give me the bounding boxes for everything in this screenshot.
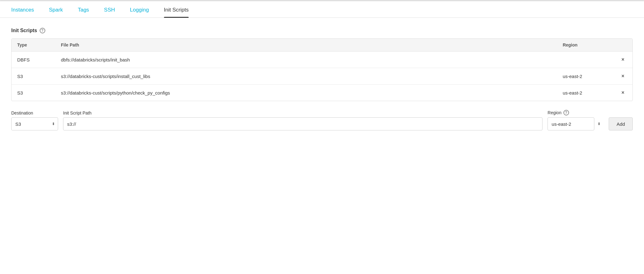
row-0-remove: × [613,51,632,68]
region-help-icon[interactable]: ? [563,110,569,115]
main-content: Init Scripts ? TypeFile PathRegion DBFSd… [0,18,644,140]
remove-row-1-button[interactable]: × [619,72,627,80]
tab-tags[interactable]: Tags [78,1,89,17]
init-scripts-table-wrapper: TypeFile PathRegion DBFSdbfs://databrick… [11,38,633,101]
destination-group: Destination DBFSS3GCSABFSSADLS [11,110,58,130]
row-2-type: S3 [12,85,55,101]
col-header-type: Type [12,39,55,51]
row-1-type: S3 [12,68,55,85]
region-select-wrapper: us-east-1us-east-2us-west-1us-west-2eu-w… [547,117,604,130]
row-2-filepath: s3://databricks-cust/scripts/python/chec… [55,85,557,101]
row-1-remove: × [613,68,632,85]
init-scripts-table: TypeFile PathRegion DBFSdbfs://databrick… [12,39,632,101]
tab-bar: InstancesSparkTagsSSHLoggingInit Scripts [0,1,644,18]
tab-init-scripts[interactable]: Init Scripts [164,1,189,17]
row-0-type: DBFS [12,51,55,68]
destination-select[interactable]: DBFSS3GCSABFSSADLS [11,117,58,130]
table-row: S3s3://databricks-cust/scripts/python/ch… [12,85,632,101]
destination-label: Destination [11,110,58,115]
col-header-action [613,39,632,51]
remove-row-0-button[interactable]: × [619,56,627,63]
row-1-filepath: s3://databricks-cust/scripts/install_cus… [55,68,557,85]
region-group: Region ? us-east-1us-east-2us-west-1us-w… [547,110,604,130]
table-row: S3s3://databricks-cust/scripts/install_c… [12,68,632,85]
path-group: Init Script Path [63,110,542,130]
col-header-region: Region [557,39,613,51]
add-script-form: Destination DBFSS3GCSABFSSADLS Init Scri… [11,110,633,130]
tab-logging[interactable]: Logging [130,1,149,17]
section-title: Init Scripts ? [11,28,633,33]
path-label: Init Script Path [63,110,542,115]
destination-select-wrapper: DBFSS3GCSABFSSADLS [11,117,58,130]
region-select[interactable]: us-east-1us-east-2us-west-1us-west-2eu-w… [547,117,594,130]
section-help-icon[interactable]: ? [40,28,45,33]
tab-ssh[interactable]: SSH [104,1,115,17]
region-label: Region ? [547,110,604,115]
remove-row-2-button[interactable]: × [619,89,627,96]
add-button[interactable]: Add [609,117,633,130]
row-0-filepath: dbfs://databricks/scripts/init_bash [55,51,557,68]
row-2-region: us-east-2 [557,85,613,101]
table-header-row: TypeFile PathRegion [12,39,632,51]
row-2-remove: × [613,85,632,101]
row-1-region: us-east-2 [557,68,613,85]
tab-instances[interactable]: Instances [11,1,34,17]
table-row: DBFSdbfs://databricks/scripts/init_bash× [12,51,632,68]
section-title-text: Init Scripts [11,28,37,33]
table-body: DBFSdbfs://databricks/scripts/init_bash×… [12,51,632,101]
tab-spark[interactable]: Spark [49,1,63,17]
path-input[interactable] [63,117,542,130]
col-header-filepath: File Path [55,39,557,51]
row-0-region [557,51,613,68]
